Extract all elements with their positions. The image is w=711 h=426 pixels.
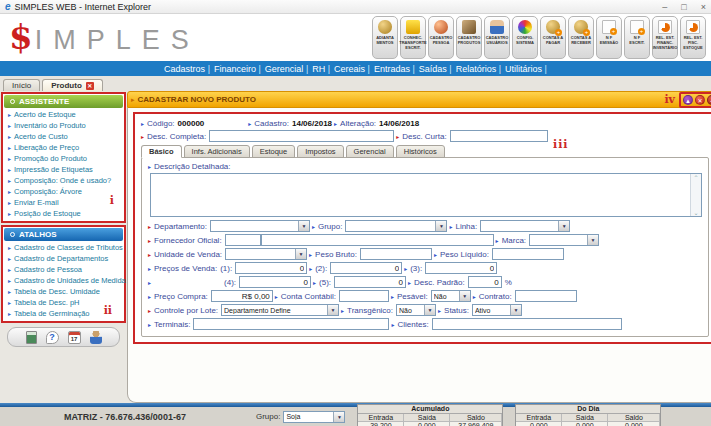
- pesavel-select[interactable]: Não▼: [431, 290, 471, 302]
- preco-venda-1-input[interactable]: [235, 262, 307, 274]
- person-icon[interactable]: [90, 331, 102, 344]
- menu-item[interactable]: Cereais: [332, 64, 372, 74]
- sidebar-item[interactable]: ▸ Posição de Estoque: [3, 208, 124, 219]
- arrow-bullet-icon: ▸: [8, 310, 11, 317]
- descricao-detalhada-textarea[interactable]: ⌃⌄: [150, 173, 702, 217]
- sidebar-item[interactable]: ▸ Cadastro de Departamentos: [3, 253, 124, 264]
- tab-basico[interactable]: Básico: [141, 145, 182, 158]
- toolbar-button[interactable]: N F ESCRIT.: [624, 16, 650, 59]
- status-select[interactable]: Ativo▼: [472, 304, 522, 316]
- arrow-bullet-icon: ▸: [408, 279, 411, 286]
- conta-contabil-input[interactable]: [339, 290, 389, 302]
- preco-venda-2-input[interactable]: [330, 262, 402, 274]
- toolbar-button-label: CONFIG. SISTEMA: [513, 36, 537, 46]
- arrow-bullet-icon: ▸: [148, 223, 151, 230]
- annotation-marker-i: i: [110, 194, 114, 207]
- toolbar-button[interactable]: CADASTRO PRODUTOS: [456, 16, 482, 59]
- desc-padrao-input[interactable]: [468, 276, 502, 288]
- contrato-input[interactable]: [515, 290, 577, 302]
- toolbar-button[interactable]: REL. EST. FINANC. INVENTÁRIO: [652, 16, 678, 59]
- menu-item[interactable]: Utilitários: [503, 64, 549, 74]
- peso-liquido-input[interactable]: [492, 248, 564, 260]
- tab-infs-adicionais[interactable]: Infs. Adicionais: [184, 145, 250, 158]
- peso-bruto-input[interactable]: [360, 248, 432, 260]
- grupo-select[interactable]: Soja▼: [283, 411, 345, 423]
- marca-select[interactable]: ▼: [529, 234, 599, 246]
- terminais-input[interactable]: [193, 318, 389, 330]
- tab-produto[interactable]: Produto ✕: [42, 79, 103, 91]
- toolbar-button[interactable]: CONTAS A PAGAR: [540, 16, 566, 59]
- sidebar-item[interactable]: ▸ Cadastro de Pessoa: [3, 264, 124, 275]
- menu-item[interactable]: Relatórios: [454, 64, 503, 74]
- transgenico-select[interactable]: Não▼: [396, 304, 436, 316]
- menu-item[interactable]: Cadastros: [162, 64, 212, 74]
- sidebar-item[interactable]: ▸ Tabela de Desc. Umidade: [3, 286, 124, 297]
- fornecedor-row: ▸ Fornecedor Oficial: ▸ Marca: ▼: [146, 234, 702, 246]
- fornecedor-codigo-input[interactable]: [225, 234, 261, 246]
- menu-item[interactable]: Financeiro: [212, 64, 263, 74]
- preco-compra-input[interactable]: [211, 290, 273, 302]
- desc-curta-input[interactable]: [450, 130, 548, 142]
- toolbar-button[interactable]: REL. EST. FISC. ESTOQUE: [680, 16, 706, 59]
- textarea-scrollbar[interactable]: ⌃⌄: [690, 174, 701, 216]
- chevron-down-icon: ▼: [333, 412, 344, 422]
- sidebar-item[interactable]: ▸ Inventário do Produto: [3, 120, 124, 131]
- grupo-select[interactable]: ▼: [345, 220, 447, 232]
- arrow-bullet-icon: ▸: [8, 277, 11, 284]
- maximize-button[interactable]: □: [681, 2, 686, 12]
- tab-estoque[interactable]: Estoque: [252, 145, 296, 158]
- atalhos-panel: ATALHOS ▸ Cadastro de Classes de Tributo…: [1, 225, 126, 323]
- section-bullet-icon: [10, 99, 15, 104]
- sidebar-item[interactable]: ▸ Acerto de Custo: [3, 131, 124, 142]
- close-button[interactable]: ×: [701, 2, 706, 12]
- sidebar-item[interactable]: ▸ Promoção do Produto: [3, 153, 124, 164]
- close-form-button[interactable]: ✕: [695, 95, 705, 105]
- tab-inicio[interactable]: Início: [3, 79, 40, 91]
- toolbar-button[interactable]: N F EMISSÃO: [596, 16, 622, 59]
- back-button[interactable]: ◄: [707, 95, 711, 105]
- menu-item[interactable]: Gerencial: [263, 64, 310, 74]
- window-titlebar: e SIMPLES WEB - Internet Explorer – □ ×: [0, 0, 711, 14]
- clientes-input[interactable]: [432, 318, 622, 330]
- menu-item[interactable]: Saídas: [417, 64, 454, 74]
- minimize-button[interactable]: –: [662, 2, 667, 12]
- fornecedor-nome-input[interactable]: [261, 234, 494, 246]
- toolbar-button[interactable]: ADIANTA MENTOS: [372, 16, 398, 59]
- menu-item[interactable]: Entradas: [372, 64, 417, 74]
- sidebar-item[interactable]: ▸ Acerto de Estoque: [3, 109, 124, 120]
- controle-lote-select[interactable]: Departamento Define▼: [221, 304, 339, 316]
- sidebar-quick-icons: ? 17: [7, 327, 120, 347]
- arrow-bullet-icon: ▸: [8, 133, 11, 140]
- toolbar-button-label: CADASTRO PRODUTOS: [457, 36, 482, 46]
- linha-select[interactable]: ▼: [480, 220, 570, 232]
- toolbar-button[interactable]: CONFIG. SISTEMA: [512, 16, 538, 59]
- toolbar-button[interactable]: CADASTRO PESSOA: [428, 16, 454, 59]
- sidebar-item[interactable]: ▸ Liberação de Preço: [3, 142, 124, 153]
- toolbar-button[interactable]: CONHEC. TRANSPORTE ESCRIT.: [400, 16, 426, 59]
- arrow-bullet-icon: ▸: [148, 293, 151, 300]
- calculator-icon[interactable]: [26, 331, 37, 344]
- unidade-venda-select[interactable]: ▼: [225, 248, 307, 260]
- arrow-bullet-icon: ▸: [8, 122, 11, 129]
- departamento-select[interactable]: ▼: [210, 220, 310, 232]
- menu-item[interactable]: RH: [310, 64, 332, 74]
- tab-close-icon[interactable]: ✕: [86, 82, 94, 90]
- preco-venda-5-input[interactable]: [334, 276, 406, 288]
- tab-impostos[interactable]: Impostos: [297, 145, 343, 158]
- tab-historicos[interactable]: Históricos: [396, 145, 445, 158]
- sidebar-item[interactable]: ▸ Impressão de Etiquetas: [3, 164, 124, 175]
- calendar-icon[interactable]: 17: [68, 331, 81, 344]
- sidebar-item[interactable]: ▸ Composição: Onde é usado?: [3, 175, 124, 186]
- preco-venda-3-input[interactable]: [425, 262, 497, 274]
- toolbar-button[interactable]: CADASTRO USUÁRIOS: [484, 16, 510, 59]
- collapse-button[interactable]: ▲: [683, 95, 693, 105]
- toolbar-button[interactable]: CONTAS A RECEBER: [568, 16, 594, 59]
- sidebar-item[interactable]: ▸ Cadastro de Classes de Tributos: [3, 242, 124, 253]
- sidebar-item[interactable]: ▸ Composição: Árvore: [3, 186, 124, 197]
- tab-gerencial[interactable]: Gerencial: [346, 145, 394, 158]
- help-icon[interactable]: ?: [46, 331, 59, 344]
- preco-venda-4-input[interactable]: [239, 276, 311, 288]
- sidebar-item[interactable]: ▸ Enviar E-mail: [3, 197, 124, 208]
- sidebar-item[interactable]: ▸ Cadastro de Unidades de Medida: [3, 275, 124, 286]
- desc-completa-input[interactable]: [209, 130, 394, 142]
